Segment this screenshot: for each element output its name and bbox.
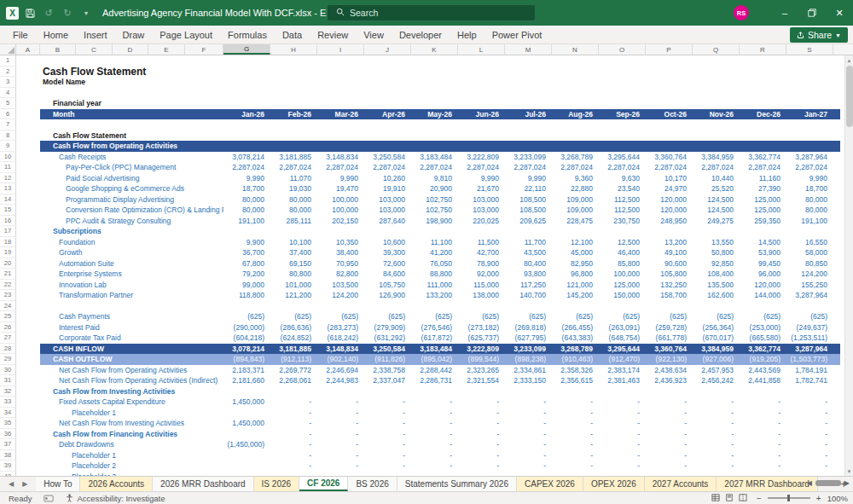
value-cell[interactable]: -	[317, 419, 364, 427]
row-label[interactable]: Subscriptions	[40, 227, 223, 235]
month-header-cell[interactable]: Jul-26	[505, 110, 552, 119]
menu-tab-view[interactable]: View	[356, 26, 392, 44]
value-cell[interactable]: (661,778)	[646, 333, 693, 342]
column-header-Q[interactable]: Q	[693, 44, 740, 55]
menu-tab-data[interactable]: Data	[275, 26, 310, 44]
menu-tab-home[interactable]: Home	[36, 26, 76, 44]
value-cell[interactable]: 3,360,764	[646, 153, 693, 161]
column-header-A[interactable]: A	[16, 44, 40, 55]
macro-record-icon[interactable]	[44, 495, 54, 502]
value-cell[interactable]: 88,800	[411, 269, 458, 278]
value-cell[interactable]: -	[364, 419, 411, 427]
month-header-cell[interactable]: Aug-26	[552, 110, 599, 119]
value-cell[interactable]: (625)	[364, 312, 411, 321]
value-cell[interactable]: (643,383)	[552, 333, 599, 342]
value-cell[interactable]: 24,970	[646, 184, 693, 193]
value-cell[interactable]: (625)	[458, 312, 505, 321]
value-cell[interactable]: 138,000	[458, 291, 505, 299]
value-cell[interactable]: (625)	[317, 312, 364, 321]
value-cell[interactable]: 76,050	[411, 259, 458, 268]
value-cell[interactable]: 3,183,484	[411, 153, 458, 161]
redo-icon[interactable]: ↻	[60, 5, 75, 20]
tabs-scroll-right-icon[interactable]: ▶	[22, 480, 27, 488]
value-cell[interactable]: 3,250,584	[364, 153, 411, 161]
value-cell[interactable]: -	[505, 397, 552, 406]
value-cell[interactable]: (911,826)	[364, 355, 411, 363]
value-cell[interactable]: -	[646, 419, 693, 427]
value-cell[interactable]: 14,500	[740, 238, 786, 246]
row-number[interactable]: 28	[0, 344, 16, 355]
value-cell[interactable]: 2,287,024	[786, 163, 833, 171]
column-header-K[interactable]: K	[411, 44, 458, 55]
scroll-up-icon[interactable]: ▲	[845, 55, 853, 65]
value-cell[interactable]: 80,000	[786, 206, 833, 214]
value-cell[interactable]: -	[458, 461, 505, 470]
value-cell[interactable]: -	[693, 440, 740, 449]
value-cell[interactable]: -	[786, 397, 833, 406]
value-cell[interactable]: 3,078,214	[223, 345, 270, 353]
value-cell[interactable]: 10,440	[693, 174, 740, 182]
value-cell[interactable]: 10,260	[364, 174, 411, 182]
value-cell[interactable]: 158,700	[646, 291, 693, 299]
value-cell[interactable]: 2,287,024	[458, 163, 505, 171]
value-cell[interactable]: (625)	[693, 312, 740, 321]
qat-customize-icon[interactable]: ▾	[78, 5, 94, 20]
sheet-tab-opex-2026[interactable]: OPEX 2026	[583, 477, 645, 491]
row-number[interactable]: 11	[0, 162, 16, 173]
value-cell[interactable]: -	[317, 451, 364, 460]
value-cell[interactable]: 25,520	[693, 184, 740, 193]
row-number[interactable]: 5	[0, 98, 16, 109]
value-cell[interactable]: -	[599, 419, 646, 427]
value-cell[interactable]: (625)	[786, 312, 833, 321]
value-cell[interactable]: -	[740, 397, 786, 406]
value-cell[interactable]: -	[599, 430, 646, 438]
undo-icon[interactable]: ↺	[41, 5, 56, 20]
value-cell[interactable]: 72,600	[364, 259, 411, 268]
value-cell[interactable]: -	[693, 419, 740, 427]
value-cell[interactable]: -	[599, 472, 646, 476]
value-cell[interactable]: -	[552, 430, 599, 438]
row-number[interactable]: 16	[0, 216, 16, 227]
row-label[interactable]: Conversion Rate Optimization (CRO) & Lan…	[40, 206, 223, 214]
value-cell[interactable]: -	[411, 472, 458, 476]
share-button[interactable]: Share ▼	[790, 27, 848, 43]
value-cell[interactable]: -	[270, 472, 317, 476]
value-cell[interactable]: 132,250	[646, 281, 693, 289]
value-cell[interactable]: -	[646, 397, 693, 406]
value-cell[interactable]: 125,000	[599, 281, 646, 289]
month-header-cell[interactable]: Jan-27	[786, 110, 833, 119]
value-cell[interactable]: 108,400	[693, 269, 740, 278]
value-cell[interactable]: -	[317, 408, 364, 417]
value-cell[interactable]: (249,637)	[786, 323, 833, 332]
row-number[interactable]: 17	[0, 226, 16, 237]
value-cell[interactable]: 23,540	[599, 184, 646, 193]
column-header-L[interactable]: L	[458, 44, 505, 55]
row-label[interactable]: Placeholder 3	[40, 472, 223, 476]
value-cell[interactable]: 13,200	[646, 238, 693, 246]
row-label[interactable]: CASH INFLOW	[40, 345, 223, 353]
value-cell[interactable]: 162,600	[693, 291, 740, 299]
menu-tab-developer[interactable]: Developer	[392, 26, 450, 44]
column-header-J[interactable]: J	[364, 44, 411, 55]
value-cell[interactable]: 3,384,959	[693, 345, 740, 353]
month-header-cell[interactable]: Sep-26	[599, 110, 646, 119]
value-cell[interactable]: 2,358,326	[552, 366, 599, 374]
value-cell[interactable]: 10,350	[317, 238, 364, 246]
value-cell[interactable]: 1,450,000	[223, 419, 270, 427]
row-label[interactable]: Cash Payments	[40, 312, 223, 321]
value-cell[interactable]: -	[786, 451, 833, 460]
value-cell[interactable]: (286,636)	[270, 323, 317, 332]
value-cell[interactable]: 230,750	[599, 217, 646, 225]
value-cell[interactable]: 144,000	[740, 291, 786, 299]
value-cell[interactable]: 80,000	[786, 195, 833, 204]
value-cell[interactable]: 105,750	[364, 281, 411, 289]
value-cell[interactable]: 96,000	[740, 269, 786, 278]
row-number[interactable]: 40	[0, 472, 16, 477]
value-cell[interactable]: (617,872)	[411, 333, 458, 342]
value-cell[interactable]: 1,782,741	[786, 376, 833, 385]
value-cell[interactable]: -	[740, 430, 786, 438]
row-label[interactable]: Placeholder 2	[40, 461, 223, 470]
value-cell[interactable]: (625)	[740, 312, 786, 321]
value-cell[interactable]: -	[505, 408, 552, 417]
value-cell[interactable]: 103,000	[458, 206, 505, 214]
